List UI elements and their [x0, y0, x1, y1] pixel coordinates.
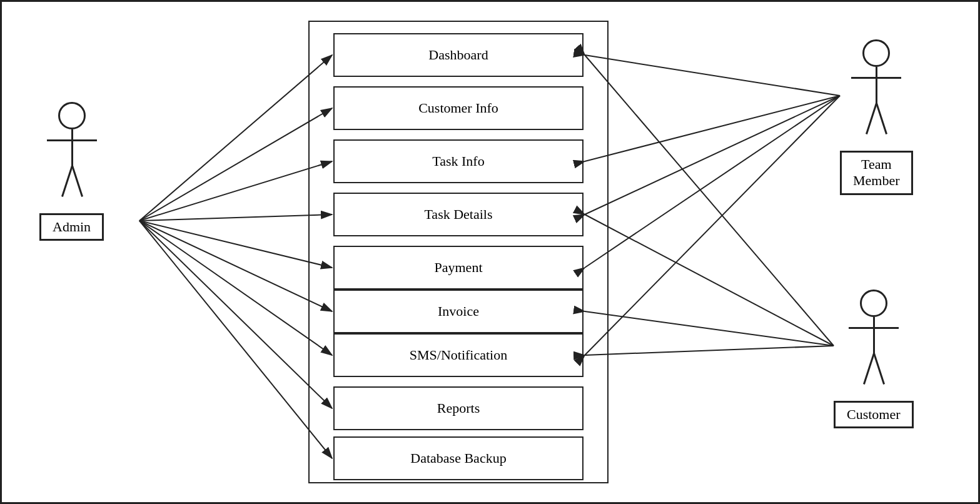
- customer-leg-right: [873, 353, 885, 385]
- admin-leg-left: [61, 166, 73, 197]
- customer-arms: [849, 327, 899, 329]
- admin-arms: [47, 139, 97, 141]
- admin-label: Admin: [39, 213, 104, 241]
- team-head: [862, 39, 890, 67]
- arrow-customer-invoice: [585, 311, 834, 346]
- usecase-task-info: Task Info: [333, 139, 583, 183]
- team-leg-right: [876, 103, 887, 134]
- arrow-admin-database: [139, 221, 332, 458]
- arrow-team-sms: [585, 96, 840, 355]
- arrow-admin-invoice: [139, 221, 332, 311]
- arrow-team-payment: [585, 96, 840, 268]
- customer-leg-left: [863, 353, 875, 385]
- arrow-team-task-details: [585, 96, 840, 214]
- arrow-admin-reports: [139, 221, 332, 408]
- actor-customer: Customer: [834, 290, 914, 428]
- customer-body: [873, 317, 875, 353]
- team-arms: [851, 77, 901, 79]
- customer-label: Customer: [834, 401, 914, 428]
- usecase-customer-info: Customer Info: [333, 86, 583, 130]
- arrow-customer-task-details: [585, 214, 834, 346]
- customer-head: [860, 290, 887, 317]
- arrow-customer-sms: [585, 346, 834, 355]
- arrow-team-task-info: [585, 96, 840, 161]
- arrow-admin-customer-info: [139, 108, 332, 221]
- actor-team-member: Team Member: [840, 39, 913, 195]
- arrow-admin-task-details: [139, 214, 332, 221]
- arrow-admin-dashboard: [139, 55, 332, 221]
- actor-admin: Admin: [39, 102, 104, 241]
- admin-body: [71, 129, 73, 166]
- arrow-admin-payment: [139, 221, 332, 268]
- arrow-team-dashboard: [585, 55, 840, 96]
- admin-leg-right: [71, 166, 83, 197]
- team-body: [876, 67, 877, 103]
- usecase-task-details: Task Details: [333, 193, 583, 236]
- usecase-database-backup: Database Backup: [333, 436, 583, 480]
- team-leg-left: [866, 103, 877, 134]
- usecase-dashboard: Dashboard: [333, 33, 583, 77]
- diagram-container: Dashboard Customer Info Task Info Task D…: [0, 0, 980, 504]
- team-label: Team Member: [840, 151, 913, 195]
- arrow-customer-dashboard: [585, 55, 834, 346]
- usecase-sms: SMS/Notification: [333, 333, 583, 377]
- admin-head: [58, 102, 86, 129]
- arrow-admin-task-info: [139, 161, 332, 221]
- usecase-payment: Payment: [333, 246, 583, 290]
- usecase-reports: Reports: [333, 386, 583, 430]
- usecase-invoice: Invoice: [333, 290, 583, 333]
- arrow-admin-sms: [139, 221, 332, 355]
